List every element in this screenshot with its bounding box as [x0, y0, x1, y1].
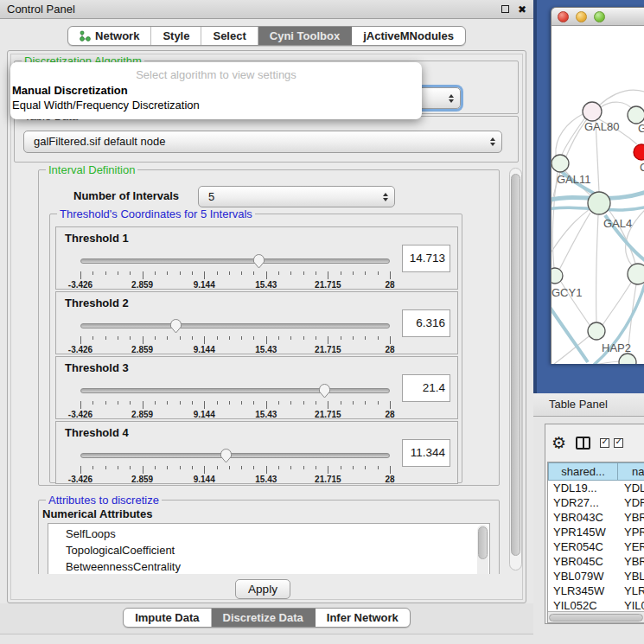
close-button[interactable]: [558, 11, 569, 22]
slider-track[interactable]: [80, 258, 390, 264]
table-row[interactable]: YPR145W YPR1: [548, 525, 644, 539]
list-item[interactable]: BetweennessCentrality: [48, 558, 489, 574]
cell-name[interactable]: YDL1: [618, 481, 644, 495]
table-row[interactable]: YDR27... YDR2: [548, 495, 644, 510]
network-window-titlebar[interactable]: [551, 7, 644, 26]
tick-label: -3.426: [68, 280, 92, 290]
cell-name[interactable]: YBR0: [618, 510, 644, 525]
tab-jactivemnodules[interactable]: jActiveMNodules: [352, 27, 465, 45]
threshold-slider[interactable]: -3.4262.8599.14415.4321.71528: [80, 316, 390, 353]
tab-select[interactable]: Select: [201, 27, 258, 45]
popup-item-manual-discretization[interactable]: Manual Discretization: [10, 83, 422, 98]
node-table: shared... na YDL19... YDL1 YDR27... YDR2…: [547, 462, 644, 623]
tick-label: 9.144: [194, 345, 215, 354]
cell-shared-name[interactable]: YDL19...: [548, 481, 618, 495]
close-icon[interactable]: ✖: [518, 4, 526, 15]
tab-impute-data[interactable]: Impute Data: [124, 609, 211, 627]
table-data-combo-value: galFiltered.sif default node: [34, 135, 165, 148]
cell-name[interactable]: YLR3: [618, 583, 644, 598]
tick-mark: [341, 466, 341, 469]
list-item[interactable]: SelfLoops: [48, 526, 489, 542]
tick-mark: [204, 466, 205, 474]
tab-network[interactable]: Network: [68, 27, 151, 45]
cell-name[interactable]: YDR2: [618, 495, 644, 510]
numerical-attributes-list[interactable]: SelfLoopsTopologicalCoefficientBetweenne…: [48, 523, 490, 574]
cell-name[interactable]: YBL0: [618, 569, 644, 583]
cell-shared-name[interactable]: YER054C: [548, 539, 618, 554]
popup-item-equal-width-frequency[interactable]: Equal Width/Frequency Discretization: [10, 98, 422, 112]
tick-mark: [204, 401, 205, 409]
cell-name[interactable]: YPR1: [618, 525, 644, 539]
tick-label: 15.43: [255, 475, 277, 484]
attributes-group: Attributes to discretize Numerical Attri…: [38, 500, 500, 574]
table-data-combo[interactable]: galFiltered.sif default node: [23, 131, 502, 153]
table-hscrollbar[interactable]: [548, 611, 644, 622]
network-canvas[interactable]: GAL80GACYGAL11GAL4GCY1HHAP2: [551, 26, 644, 364]
table-row[interactable]: YBR043C YBR0: [548, 510, 644, 525]
cell-shared-name[interactable]: YDR27...: [548, 495, 618, 510]
zoom-button[interactable]: [594, 11, 605, 22]
cell-shared-name[interactable]: YBL079W: [548, 569, 618, 583]
table-row[interactable]: YLR345W YLR3: [548, 583, 644, 598]
slider-thumb[interactable]: [318, 383, 331, 399]
tab-cyni-toolbox[interactable]: Cyni Toolbox: [258, 27, 352, 45]
cell-shared-name[interactable]: YLR345W: [548, 583, 618, 598]
num-intervals-combo[interactable]: 5: [198, 186, 395, 207]
tick-mark: [167, 466, 168, 469]
tick-mark: [118, 401, 118, 405]
apply-button[interactable]: Apply: [235, 579, 290, 599]
cell-name[interactable]: YER0: [618, 539, 644, 554]
table-row[interactable]: YER054C YER0: [548, 539, 644, 554]
minimize-button[interactable]: [576, 11, 587, 22]
settings-scrollbar[interactable]: [509, 168, 522, 571]
tick-mark: [303, 271, 304, 275]
tab-label: Style: [163, 27, 189, 45]
tick-mark: [290, 466, 291, 469]
checkbox-icon-2[interactable]: [614, 438, 623, 448]
cell-shared-name[interactable]: YPR145W: [548, 525, 618, 539]
slider-track[interactable]: [80, 388, 390, 393]
tab-discretize-data[interactable]: Discretize Data: [212, 609, 316, 627]
tab-infer-network[interactable]: Infer Network: [316, 609, 410, 627]
slider-thumb[interactable]: [252, 253, 265, 269]
attributes-scrollbar[interactable]: [477, 525, 488, 574]
tick-mark: [390, 271, 391, 279]
checkbox-icon-1[interactable]: [600, 438, 609, 448]
tick-mark: [353, 271, 354, 275]
threshold-value-box[interactable]: 11.344: [402, 439, 450, 467]
tick-mark: [192, 336, 193, 340]
threshold-value-box[interactable]: 6.316: [402, 309, 450, 337]
threshold-value-box[interactable]: 14.713: [402, 245, 450, 272]
scrollbar-thumb[interactable]: [511, 174, 520, 556]
tick-mark: [167, 271, 168, 275]
threshold-slider[interactable]: -3.4262.8599.14415.4321.71528: [80, 252, 390, 288]
table-row[interactable]: YDL19... YDL1: [548, 481, 644, 495]
tick-mark: [155, 401, 156, 405]
tick-mark: [353, 336, 354, 340]
threshold-value-box[interactable]: 21.4: [402, 374, 450, 402]
slider-thumb[interactable]: [169, 318, 182, 334]
column-header-shared-name[interactable]: shared...: [548, 462, 618, 481]
split-pane-icon[interactable]: [576, 437, 590, 450]
table-row[interactable]: YBR045C YBR0: [548, 554, 644, 569]
tab-style[interactable]: Style: [151, 27, 201, 45]
scrollbar-thumb[interactable]: [478, 526, 488, 559]
scrollbar-thumb[interactable]: [549, 614, 643, 622]
gear-icon[interactable]: ⚙: [552, 435, 566, 451]
slider-track[interactable]: [80, 453, 390, 458]
float-window-icon[interactable]: [501, 5, 509, 13]
column-header-name[interactable]: na: [618, 462, 644, 481]
tick-label: 28: [385, 410, 394, 419]
slider-thumb[interactable]: [220, 448, 233, 463]
cell-name[interactable]: YBR0: [618, 554, 644, 569]
threshold-slider[interactable]: -3.4262.8599.14415.4321.71528: [80, 381, 390, 418]
threshold-label: Threshold 4: [65, 426, 129, 439]
table-row[interactable]: YBL079W YBL0: [548, 569, 644, 583]
cell-shared-name[interactable]: YBR045C: [548, 554, 618, 569]
cell-shared-name[interactable]: YBR043C: [548, 510, 618, 525]
slider-track[interactable]: [80, 323, 390, 328]
tick-mark: [253, 271, 254, 275]
threshold-slider[interactable]: -3.4262.8599.14415.4321.71528: [80, 446, 390, 482]
list-item[interactable]: TopologicalCoefficient: [48, 542, 489, 558]
table-toolbar: ⚙: [545, 424, 644, 461]
